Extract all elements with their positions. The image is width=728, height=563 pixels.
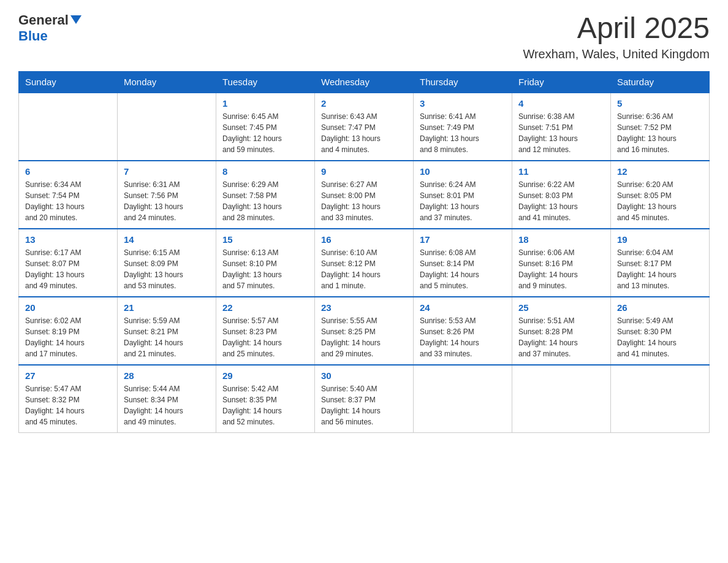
day-info: Sunrise: 6:22 AM Sunset: 8:03 PM Dayligh… (518, 179, 604, 223)
calendar-cell: 5Sunrise: 6:36 AM Sunset: 7:52 PM Daylig… (611, 93, 710, 161)
day-number: 1 (222, 98, 308, 109)
day-info: Sunrise: 6:24 AM Sunset: 8:01 PM Dayligh… (420, 179, 506, 223)
week-row-3: 13Sunrise: 6:17 AM Sunset: 8:07 PM Dayli… (19, 229, 710, 297)
header-day-friday: Friday (512, 71, 611, 93)
logo-blue-text: Blue (18, 28, 48, 44)
day-info: Sunrise: 6:15 AM Sunset: 8:09 PM Dayligh… (124, 247, 210, 291)
day-info: Sunrise: 6:17 AM Sunset: 8:07 PM Dayligh… (25, 247, 111, 291)
day-info: Sunrise: 6:41 AM Sunset: 7:49 PM Dayligh… (420, 111, 506, 155)
calendar-cell: 19Sunrise: 6:04 AM Sunset: 8:17 PM Dayli… (611, 229, 710, 297)
calendar-cell: 9Sunrise: 6:27 AM Sunset: 8:00 PM Daylig… (315, 161, 414, 229)
header-day-thursday: Thursday (414, 71, 512, 93)
calendar-cell: 4Sunrise: 6:38 AM Sunset: 7:51 PM Daylig… (512, 93, 611, 161)
calendar-cell: 10Sunrise: 6:24 AM Sunset: 8:01 PM Dayli… (414, 161, 512, 229)
calendar-cell: 21Sunrise: 5:59 AM Sunset: 8:21 PM Dayli… (118, 297, 216, 365)
day-number: 7 (124, 166, 210, 177)
calendar-cell: 23Sunrise: 5:55 AM Sunset: 8:25 PM Dayli… (315, 297, 414, 365)
day-number: 4 (518, 98, 604, 109)
calendar-cell (118, 93, 216, 161)
week-row-1: 1Sunrise: 6:45 AM Sunset: 7:45 PM Daylig… (19, 93, 710, 161)
day-info: Sunrise: 6:13 AM Sunset: 8:10 PM Dayligh… (222, 247, 308, 291)
day-info: Sunrise: 6:20 AM Sunset: 8:05 PM Dayligh… (617, 179, 703, 223)
calendar-cell: 11Sunrise: 6:22 AM Sunset: 8:03 PM Dayli… (512, 161, 611, 229)
calendar-cell: 15Sunrise: 6:13 AM Sunset: 8:10 PM Dayli… (216, 229, 315, 297)
logo: General Blue (18, 12, 82, 44)
day-info: Sunrise: 6:02 AM Sunset: 8:19 PM Dayligh… (25, 315, 111, 359)
day-info: Sunrise: 6:38 AM Sunset: 7:51 PM Dayligh… (518, 111, 604, 155)
week-row-5: 27Sunrise: 5:47 AM Sunset: 8:32 PM Dayli… (19, 365, 710, 433)
day-info: Sunrise: 6:10 AM Sunset: 8:12 PM Dayligh… (321, 247, 407, 291)
day-number: 18 (518, 234, 604, 245)
logo-arrow-icon (70, 15, 82, 26)
day-number: 9 (321, 166, 407, 177)
day-info: Sunrise: 6:43 AM Sunset: 7:47 PM Dayligh… (321, 111, 407, 155)
header: General Blue April 2025 Wrexham, Wales, … (18, 12, 710, 61)
day-number: 13 (25, 234, 111, 245)
header-day-saturday: Saturday (611, 71, 710, 93)
header-day-tuesday: Tuesday (216, 71, 315, 93)
day-number: 17 (420, 234, 506, 245)
day-number: 19 (617, 234, 703, 245)
day-info: Sunrise: 6:45 AM Sunset: 7:45 PM Dayligh… (222, 111, 308, 155)
day-number: 10 (420, 166, 506, 177)
day-number: 28 (124, 370, 210, 381)
logo-general-text: General (18, 12, 69, 28)
calendar-cell: 22Sunrise: 5:57 AM Sunset: 8:23 PM Dayli… (216, 297, 315, 365)
svg-marker-0 (70, 15, 82, 24)
calendar-cell (611, 365, 710, 433)
day-info: Sunrise: 5:57 AM Sunset: 8:23 PM Dayligh… (222, 315, 308, 359)
day-info: Sunrise: 5:47 AM Sunset: 8:32 PM Dayligh… (25, 383, 111, 427)
calendar-cell: 8Sunrise: 6:29 AM Sunset: 7:58 PM Daylig… (216, 161, 315, 229)
calendar-cell: 2Sunrise: 6:43 AM Sunset: 7:47 PM Daylig… (315, 93, 414, 161)
day-number: 2 (321, 98, 407, 109)
day-info: Sunrise: 6:36 AM Sunset: 7:52 PM Dayligh… (617, 111, 703, 155)
day-number: 8 (222, 166, 308, 177)
day-info: Sunrise: 5:42 AM Sunset: 8:35 PM Dayligh… (222, 383, 308, 427)
calendar-cell: 27Sunrise: 5:47 AM Sunset: 8:32 PM Dayli… (19, 365, 118, 433)
day-info: Sunrise: 5:51 AM Sunset: 8:28 PM Dayligh… (518, 315, 604, 359)
calendar-cell: 16Sunrise: 6:10 AM Sunset: 8:12 PM Dayli… (315, 229, 414, 297)
day-info: Sunrise: 5:40 AM Sunset: 8:37 PM Dayligh… (321, 383, 407, 427)
calendar-cell: 17Sunrise: 6:08 AM Sunset: 8:14 PM Dayli… (414, 229, 512, 297)
day-number: 25 (518, 302, 604, 313)
day-info: Sunrise: 6:29 AM Sunset: 7:58 PM Dayligh… (222, 179, 308, 223)
header-row: SundayMondayTuesdayWednesdayThursdayFrid… (19, 71, 710, 93)
day-number: 5 (617, 98, 703, 109)
calendar-cell: 29Sunrise: 5:42 AM Sunset: 8:35 PM Dayli… (216, 365, 315, 433)
calendar-cell: 12Sunrise: 6:20 AM Sunset: 8:05 PM Dayli… (611, 161, 710, 229)
day-info: Sunrise: 6:31 AM Sunset: 7:56 PM Dayligh… (124, 179, 210, 223)
calendar-cell: 1Sunrise: 6:45 AM Sunset: 7:45 PM Daylig… (216, 93, 315, 161)
day-info: Sunrise: 5:44 AM Sunset: 8:34 PM Dayligh… (124, 383, 210, 427)
day-number: 26 (617, 302, 703, 313)
day-info: Sunrise: 5:53 AM Sunset: 8:26 PM Dayligh… (420, 315, 506, 359)
day-number: 20 (25, 302, 111, 313)
calendar-cell: 13Sunrise: 6:17 AM Sunset: 8:07 PM Dayli… (19, 229, 118, 297)
day-info: Sunrise: 6:06 AM Sunset: 8:16 PM Dayligh… (518, 247, 604, 291)
calendar-cell: 26Sunrise: 5:49 AM Sunset: 8:30 PM Dayli… (611, 297, 710, 365)
calendar-cell (19, 93, 118, 161)
calendar-body: 1Sunrise: 6:45 AM Sunset: 7:45 PM Daylig… (19, 93, 710, 433)
calendar-cell: 18Sunrise: 6:06 AM Sunset: 8:16 PM Dayli… (512, 229, 611, 297)
day-info: Sunrise: 6:08 AM Sunset: 8:14 PM Dayligh… (420, 247, 506, 291)
day-number: 6 (25, 166, 111, 177)
calendar-cell: 25Sunrise: 5:51 AM Sunset: 8:28 PM Dayli… (512, 297, 611, 365)
day-number: 27 (25, 370, 111, 381)
day-info: Sunrise: 5:49 AM Sunset: 8:30 PM Dayligh… (617, 315, 703, 359)
calendar-table: SundayMondayTuesdayWednesdayThursdayFrid… (18, 71, 710, 433)
calendar-cell: 28Sunrise: 5:44 AM Sunset: 8:34 PM Dayli… (118, 365, 216, 433)
day-info: Sunrise: 5:59 AM Sunset: 8:21 PM Dayligh… (124, 315, 210, 359)
day-number: 22 (222, 302, 308, 313)
header-day-sunday: Sunday (19, 71, 118, 93)
month-title: April 2025 (523, 12, 710, 45)
day-number: 11 (518, 166, 604, 177)
calendar-cell: 3Sunrise: 6:41 AM Sunset: 7:49 PM Daylig… (414, 93, 512, 161)
day-number: 30 (321, 370, 407, 381)
day-info: Sunrise: 6:34 AM Sunset: 7:54 PM Dayligh… (25, 179, 111, 223)
location-title: Wrexham, Wales, United Kingdom (523, 47, 710, 61)
day-number: 12 (617, 166, 703, 177)
day-number: 15 (222, 234, 308, 245)
header-day-monday: Monday (118, 71, 216, 93)
week-row-4: 20Sunrise: 6:02 AM Sunset: 8:19 PM Dayli… (19, 297, 710, 365)
calendar-cell: 30Sunrise: 5:40 AM Sunset: 8:37 PM Dayli… (315, 365, 414, 433)
day-number: 3 (420, 98, 506, 109)
